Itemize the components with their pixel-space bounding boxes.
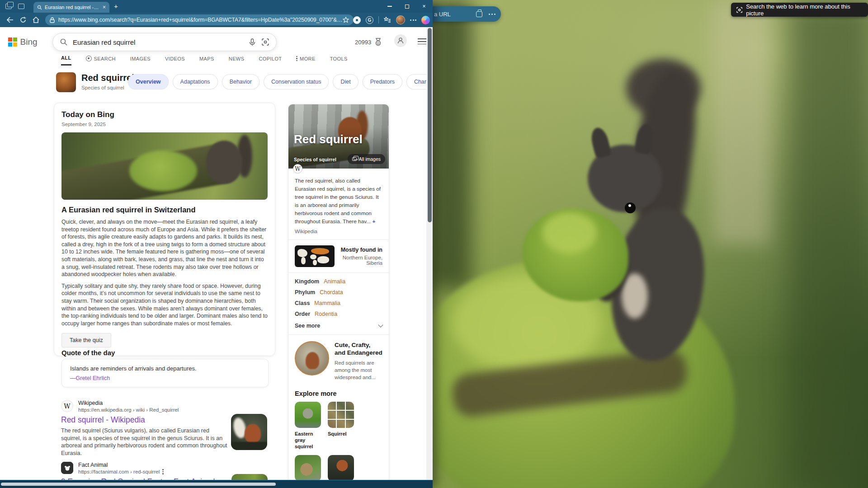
images-stack-icon	[352, 157, 357, 161]
today-on-bing-card: Today on Bing September 9, 2025 A Eurasi…	[54, 103, 275, 356]
tab-maps[interactable]: MAPS	[199, 56, 214, 65]
scrollbar-thumb[interactable]	[428, 28, 432, 222]
close-button[interactable]: ×	[415, 0, 433, 13]
result-thumbnail[interactable]	[231, 414, 267, 450]
chevron-down-icon	[378, 322, 383, 327]
address-bar[interactable]	[45, 14, 354, 25]
home-icon[interactable]	[33, 17, 39, 23]
search-box[interactable]: Eurasian red squirrel	[52, 33, 277, 51]
browser-essentials-icon[interactable]	[353, 16, 361, 24]
new-tab-button[interactable]: +	[114, 2, 118, 10]
range-map-thumbnail[interactable]	[295, 245, 335, 267]
vertical-scrollbar[interactable]	[426, 27, 433, 480]
moss-shape	[129, 150, 197, 191]
settings-more-icon[interactable]	[410, 19, 416, 21]
pill-characteristics[interactable]: Characteristics	[406, 74, 426, 89]
featured-story-card[interactable]: Cute, Crafty, and Endangered Red squirre…	[288, 335, 389, 387]
today-hero-image[interactable]	[61, 132, 268, 200]
all-images-button[interactable]: All images	[348, 154, 385, 164]
tab-all[interactable]: ALL	[61, 55, 71, 66]
explore-item[interactable]: Squirrel	[328, 402, 357, 455]
tooltip-text: Search the web to learn more about this …	[746, 3, 863, 17]
explore-item[interactable]: American red squirrel	[328, 455, 357, 480]
taxonomy-link[interactable]: Animalia	[324, 278, 345, 285]
taxonomy-link[interactable]: Rodentia	[315, 311, 337, 317]
tab-tools[interactable]: TOOLS	[330, 56, 348, 65]
rewards-counter[interactable]: 20993	[355, 38, 382, 47]
refresh-icon[interactable]	[20, 17, 26, 23]
tab-news[interactable]: NEWS	[229, 56, 245, 65]
tab-close-icon[interactable]: ×	[103, 4, 106, 10]
tab-search[interactable]: SEARCH	[86, 56, 116, 65]
wikipedia-source-link[interactable]: Wikipedia	[288, 225, 389, 239]
tab-more[interactable]: MORE	[296, 56, 315, 65]
workspaces-icon[interactable]	[5, 4, 12, 9]
browser-tab[interactable]: Eurasian red squirrel - Search ×	[33, 2, 109, 13]
visual-search-tooltip: Search the web to learn more about this …	[731, 3, 868, 17]
taxonomy-list: Kingdom Animalia Phylum Chordata Class M…	[288, 273, 389, 323]
account-button[interactable]	[394, 34, 407, 47]
quote-heading: Quote of the day	[61, 349, 115, 357]
taxonomy-link[interactable]: Chordata	[320, 289, 343, 296]
result-more-icon[interactable]	[162, 469, 164, 474]
rewards-points: 20993	[355, 39, 371, 46]
taxonomy-link[interactable]: Mammalia	[314, 300, 340, 306]
profile-avatar[interactable]	[396, 15, 405, 24]
quote-attribution-link[interactable]: —Gretel Ehrlich	[70, 375, 260, 381]
pill-predators[interactable]: Predators	[363, 74, 402, 89]
taxonomy-row: Order Rodentia	[295, 311, 382, 317]
maximize-button[interactable]	[398, 0, 415, 13]
tab-actions-icon[interactable]	[18, 4, 24, 9]
horizontal-scrollbar-thumb[interactable]	[1, 483, 276, 486]
explore-thumbnail[interactable]	[295, 402, 321, 428]
hamburger-menu-icon[interactable]	[418, 38, 426, 46]
featured-story-text: Red squirrels are among the most widespr…	[335, 359, 382, 381]
tab-copilot[interactable]: COPILOT	[259, 56, 282, 65]
tab-images[interactable]: IMAGES	[130, 56, 151, 65]
search-result-fact-animal: Fact Animal https://factanimal.com › red…	[61, 462, 269, 480]
pill-behavior[interactable]: Behavior	[222, 74, 259, 89]
pill-diet[interactable]: Diet	[333, 74, 358, 89]
result-breadcrumb: https://en.wikipedia.org › wiki › Red_sq…	[78, 407, 179, 413]
expand-description-button[interactable]: +	[372, 218, 375, 225]
bing-logo[interactable]: Bing	[8, 37, 38, 47]
entity-thumbnail[interactable]	[56, 72, 76, 92]
explore-thumbnail[interactable]	[295, 455, 321, 480]
copilot-icon[interactable]	[421, 16, 430, 24]
collections-icon[interactable]	[384, 17, 391, 23]
horizontal-scrollbar-track[interactable]	[0, 480, 433, 488]
quote-text: Islands are reminders of arrivals and de…	[70, 365, 260, 372]
explore-item[interactable]: Eastern gray squirrel	[295, 402, 324, 455]
more-options-icon[interactable]	[489, 14, 495, 15]
today-heading: Today on Bing	[61, 110, 268, 119]
squirrel-ear-shape	[589, 126, 612, 159]
minimize-button[interactable]	[381, 0, 398, 13]
search-query[interactable]: Eurasian red squirrel	[73, 38, 243, 46]
extension-g-icon[interactable]: G	[366, 16, 373, 24]
quote-card: Islands are reminders of arrivals and de…	[61, 359, 269, 387]
visual-search-icon[interactable]	[262, 38, 269, 46]
microphone-icon[interactable]	[249, 38, 255, 46]
explore-item[interactable]: Siberian chipmunk	[295, 455, 324, 480]
url-input[interactable]	[58, 17, 343, 23]
entity-pill-row: Overview Adaptations Behavior Conservati…	[128, 74, 426, 89]
knowledge-panel-hero-image[interactable]: Red squirrel Species of squirrel All ima…	[288, 104, 389, 169]
browser-toolbar: G	[0, 13, 433, 27]
favorite-star-icon[interactable]	[343, 17, 349, 23]
back-icon[interactable]	[6, 17, 14, 23]
result-title-link[interactable]: Red squirrel - Wikipedia	[61, 415, 145, 425]
result-thumbnail[interactable]	[231, 474, 268, 480]
explore-thumbnail[interactable]	[328, 455, 354, 480]
knowledge-panel: Red squirrel Species of squirrel All ima…	[288, 104, 389, 480]
pill-conservation-status[interactable]: Conservation status	[264, 74, 329, 89]
tab-favicon-search-icon	[37, 5, 42, 10]
take-the-quiz-button[interactable]: Take the quiz	[61, 333, 111, 347]
see-more-button[interactable]: See more	[288, 323, 389, 334]
pill-overview[interactable]: Overview	[128, 74, 169, 89]
paste-icon[interactable]	[476, 11, 482, 17]
tab-videos[interactable]: VIDEOS	[165, 56, 185, 65]
pill-adaptations[interactable]: Adaptations	[173, 74, 218, 89]
explore-thumbnail[interactable]	[328, 402, 354, 428]
squirrel-shape	[306, 352, 319, 369]
squirrel-body-shape	[245, 424, 261, 443]
